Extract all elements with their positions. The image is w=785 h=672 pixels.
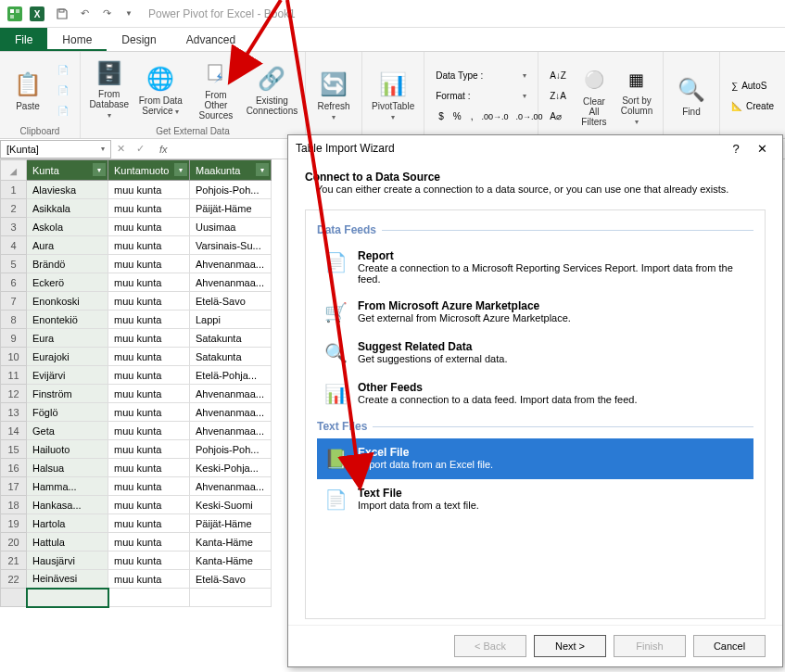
cell[interactable]: muu kunta [108, 552, 190, 570]
data-type-dropdown[interactable]: Data Type : ▾ [432, 67, 530, 85]
tab-file[interactable]: File [0, 28, 47, 51]
cell[interactable]: Ahvenanmaa... [190, 422, 272, 440]
cell[interactable]: Varsinais-Su... [190, 236, 272, 255]
paste-button[interactable]: 📋 Paste [6, 57, 50, 122]
cell[interactable]: Askola [27, 218, 108, 236]
cell[interactable]: Hankasa... [27, 496, 108, 514]
cell[interactable]: Enonkoski [27, 292, 108, 311]
redo-button[interactable]: ↷ [96, 4, 117, 24]
cell[interactable]: Ahvenanmaa... [190, 273, 272, 292]
existing-connections-button[interactable]: 🔗 Existing Connections [245, 57, 299, 122]
copy-button[interactable]: 📄 [54, 101, 72, 120]
finish-button[interactable]: Finish [614, 635, 686, 657]
close-button[interactable]: ✕ [749, 142, 775, 156]
data-source-item-text[interactable]: 📄Text FileImport data from a text file. [317, 479, 753, 520]
autosum-button[interactable]: ∑ AutoS [728, 77, 778, 95]
row-header[interactable]: 7 [1, 292, 27, 311]
row-header[interactable]: 8 [1, 311, 27, 329]
cell[interactable]: Keski-Pohja... [190, 459, 272, 477]
qat-dropdown[interactable]: ▼ [119, 4, 139, 24]
row-header[interactable]: 18 [1, 496, 27, 514]
paste-append-button[interactable]: 📄 [54, 60, 72, 79]
cancel-button[interactable]: Cancel [693, 635, 766, 657]
cell[interactable]: muu kunta [108, 366, 190, 385]
cell[interactable]: Hailuoto [27, 440, 108, 459]
cell[interactable]: muu kunta [108, 496, 190, 514]
row-header[interactable]: 11 [1, 366, 27, 385]
cell[interactable]: Geta [27, 422, 108, 440]
cell[interactable]: Ahvenanmaa... [190, 385, 272, 403]
data-source-item[interactable]: 📄ReportCreate a connection to a Microsof… [317, 242, 753, 292]
data-source-item[interactable]: 🛒From Microsoft Azure MarketplaceGet ext… [317, 292, 753, 333]
row-header[interactable]: 17 [1, 477, 27, 496]
cell[interactable]: Päijät-Häme [190, 199, 272, 218]
increase-decimal-button[interactable]: .00→.0 [479, 112, 510, 121]
cell[interactable]: Aura [27, 236, 108, 255]
sort-asc-button[interactable]: A↓Z [546, 67, 570, 85]
cell[interactable]: muu kunta [108, 329, 190, 348]
percent-button[interactable]: % [450, 111, 464, 121]
cell[interactable]: Eckerö [27, 273, 108, 292]
cell[interactable]: muu kunta [108, 533, 190, 552]
undo-button[interactable]: ↶ [74, 4, 95, 24]
column-header[interactable]: Maakunta▾ [190, 160, 272, 181]
row-header[interactable]: 20 [1, 533, 27, 552]
cell[interactable]: muu kunta [108, 459, 190, 477]
column-header[interactable]: Kunta▾ [27, 160, 108, 181]
comma-button[interactable]: , [468, 111, 476, 121]
row-header[interactable]: 9 [1, 329, 27, 348]
cell[interactable]: Alavieska [27, 181, 108, 199]
row-header[interactable]: 22 [1, 570, 27, 589]
row-header[interactable]: 4 [1, 236, 27, 255]
from-data-service-button[interactable]: 🌐 From Data Service ▾ [134, 57, 187, 122]
cell[interactable]: muu kunta [108, 292, 190, 311]
clear-sort-button[interactable]: A⌀ [546, 108, 570, 126]
next-button[interactable]: Next > [534, 635, 606, 657]
cell[interactable] [108, 589, 190, 607]
row-header[interactable]: 21 [1, 552, 27, 570]
find-button[interactable]: 🔍 Find [669, 64, 714, 129]
cell[interactable]: muu kunta [108, 348, 190, 366]
cell[interactable]: Pohjois-Poh... [190, 440, 272, 459]
filter-dropdown-icon[interactable]: ▾ [256, 163, 269, 176]
cell[interactable]: muu kunta [108, 403, 190, 422]
data-source-item-excel[interactable]: 📗Excel FileImport data from an Excel fil… [317, 438, 753, 479]
cell[interactable]: Uusimaa [190, 218, 272, 236]
row-header[interactable]: 16 [1, 459, 27, 477]
cell[interactable]: muu kunta [108, 181, 190, 199]
cell[interactable]: Etelä-Pohja... [190, 366, 272, 385]
row-header[interactable]: 14 [1, 422, 27, 440]
cell[interactable]: Eurajoki [27, 348, 108, 366]
save-button[interactable] [52, 4, 72, 24]
tab-advanced[interactable]: Advanced [171, 28, 250, 51]
row-header[interactable]: 19 [1, 514, 27, 533]
cell[interactable]: Hartola [27, 514, 108, 533]
column-header[interactable]: Kuntamuoto▾ [108, 160, 190, 181]
cell[interactable]: Evijärvi [27, 366, 108, 385]
format-dropdown[interactable]: Format : ▾ [432, 87, 530, 106]
cell[interactable] [27, 589, 108, 607]
cell[interactable]: Keski-Suomi [190, 496, 272, 514]
cell[interactable]: Hausjärvi [27, 552, 108, 570]
tab-design[interactable]: Design [107, 28, 171, 51]
cell[interactable]: Satakunta [190, 348, 272, 366]
sort-by-column-button[interactable]: ▦ Sort by Column ▾ [616, 64, 657, 129]
cell[interactable]: Ahvenanmaa... [190, 255, 272, 273]
row-header[interactable]: 3 [1, 218, 27, 236]
filter-dropdown-icon[interactable]: ▾ [174, 163, 187, 176]
sort-desc-button[interactable]: Z↓A [546, 87, 570, 106]
paste-replace-button[interactable]: 📄 [54, 81, 72, 99]
row-header[interactable]: 6 [1, 273, 27, 292]
cell[interactable]: Föglö [27, 403, 108, 422]
cell[interactable]: Ahvenanmaa... [190, 403, 272, 422]
row-header[interactable]: 2 [1, 199, 27, 218]
cell[interactable]: Hamma... [27, 477, 108, 496]
cell[interactable]: Ahvenanmaa... [190, 477, 272, 496]
cell[interactable] [190, 589, 272, 607]
data-source-list[interactable]: Data Feeds 📄ReportCreate a connection to… [305, 209, 766, 619]
row-header[interactable]: 1 [1, 181, 27, 199]
row-header[interactable]: 13 [1, 403, 27, 422]
cell[interactable]: muu kunta [108, 273, 190, 292]
row-header[interactable] [1, 589, 27, 607]
tab-home[interactable]: Home [47, 28, 107, 51]
